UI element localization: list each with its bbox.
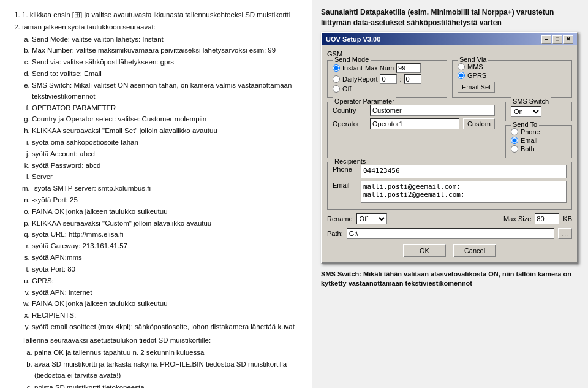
send-mode-group: Send Mode Instant Max Num DailyReport : [327,60,447,98]
max-size-input[interactable] [535,213,559,224]
cancel-button[interactable]: Cancel [453,244,496,257]
email-recipients-input[interactable] [361,181,567,203]
max-num-input[interactable] [396,63,421,73]
uov-title-text: UOV Setup V3.00 [326,36,380,43]
phone-recipients-row: Phone 044123456 [333,165,567,178]
sms-note: SMS Switch: Mikäli tähän valitaan alasve… [321,270,579,289]
both-label: Both [521,145,535,153]
country-label: Country [333,107,366,114]
list-item: Send Mode: valitse välitön lähetys: Inst… [32,34,301,45]
daily-field2[interactable] [404,74,421,84]
maximize-button[interactable]: □ [552,35,562,44]
gprs-radio-row[interactable]: GPRS [458,72,567,79]
list-item: Country ja Operator select: valitse: Cus… [32,114,301,125]
email-set-row: Email Set [458,82,567,93]
list-item: Send to: valitse: Email [32,69,301,80]
step-2: tämän jälkeen syötä taulukkoon seuraavat… [22,22,301,388]
both-radio-row[interactable]: Both [511,145,567,153]
operator-input[interactable] [370,118,459,129]
country-row: Country [333,105,495,116]
list-item: PAINA OK jonka jälkeen taulukko sulkeutu… [32,299,301,310]
phone-label: Phone [521,128,540,135]
rename-maxsize-row: Rename Off On Max Size KB [327,213,572,224]
instant-radio[interactable] [333,64,340,72]
sms-note-bold: SMS Switch: [321,270,361,278]
bottom-buttons: OK Cancel [327,244,572,257]
list-item: syötä Gateway: 213.161.41.57 [32,241,301,252]
send-mode-legend: Send Mode [333,56,371,63]
send-to-legend: Send To [511,121,539,128]
send-to-group: Send To Phone Email Both [505,125,572,158]
instant-label: Instant [342,64,363,72]
email-radio-row[interactable]: Email [511,137,567,144]
daily-radio[interactable] [333,75,340,83]
list-item: syötä email osoitteet (max 4kpl): sähköp… [32,322,301,333]
phone-recipients-input[interactable]: 044123456 [361,165,567,178]
instant-radio-row[interactable]: Instant Max Num [333,63,442,73]
window-icon: ⊞ [74,11,80,18]
tallenna-item: paina OK ja tallennus tapahtuu n. 2 seku… [34,348,301,359]
list-item: syötä oma sähköpostiosoite tähän [32,137,301,148]
list-item: syötä Account: abcd [32,149,301,160]
custom-button[interactable]: Custom [463,118,495,129]
send-via-group: Send Via MMS GPRS Email Set [452,60,572,98]
off-radio[interactable] [333,85,340,93]
right-panel: Saunalahti Datapaketilla (esim. Minimobi… [312,0,588,388]
daily-field1[interactable] [380,74,397,84]
operator-param-group: Operator Parameter Country Operator Cust… [327,102,500,158]
daily-radio-row[interactable]: DailyReport : [333,74,442,84]
tallenna-section: Tallenna seuraavaksi asetustaulukon tied… [22,335,301,388]
email-radio[interactable] [511,137,518,144]
sms-switch-legend: SMS Switch [511,97,551,105]
phone-radio[interactable] [511,128,518,135]
list-item: KLIKKAA seuraavaksi "Custom" jolloin ala… [32,218,301,229]
browse-button[interactable]: ... [558,228,572,239]
email-recipients-label: Email [333,181,357,189]
list-item: Send via: valitse sähköpostilähetykseen:… [32,57,301,68]
send-mode-send-via-row: Send Mode Instant Max Num DailyReport : [327,60,572,98]
both-radio[interactable] [511,145,518,153]
operator-label: Operator [333,120,366,127]
sms-switch-select[interactable]: On Off [511,106,541,117]
list-item: RECIPIENTS: [32,310,301,321]
uov-titlebar: UOV Setup V3.00 – □ ✕ [322,33,577,45]
mms-radio[interactable] [458,63,465,70]
ok-button[interactable]: OK [403,244,446,257]
sms-sendto-col: SMS Switch On Off Send To [505,102,572,158]
operator-legend: Operator Parameter [333,97,396,105]
email-label: Email [521,137,538,144]
list-item: syötä APN:mms [32,253,301,264]
path-input[interactable] [347,228,554,239]
minimize-button[interactable]: – [541,35,551,44]
left-panel: 1. klikkaa ensin [⊞] ja valitse avautuva… [0,0,312,388]
email-set-button[interactable]: Email Set [458,82,495,93]
max-size-label: Max Size [503,215,531,223]
list-item: syötä URL: http://mms.elisa.fi [32,229,301,240]
titlebar-buttons: – □ ✕ [541,35,573,44]
tallenna-item: avaa SD muistikortti ja tarkasta näkymä … [34,359,301,381]
phone-recipients-label: Phone [333,165,357,173]
list-item: -syötä SMTP server: smtp.kolumbus.fi [32,183,301,194]
phone-radio-row[interactable]: Phone [511,128,567,135]
recipients-legend: Recipients [333,158,368,165]
gprs-radio[interactable] [458,72,465,79]
mms-radio-row[interactable]: MMS [458,63,567,70]
operator-sms-row: Operator Parameter Country Operator Cust… [327,102,572,158]
close-button[interactable]: ✕ [564,35,573,44]
list-item: GPRS: [32,276,301,287]
send-via-legend: Send Via [458,56,488,63]
sms-switch-group: SMS Switch On Off [505,102,572,121]
right-title: Saunalahti Datapaketilla (esim. Minimobi… [321,7,579,28]
recipients-group: Recipients Phone 044123456 Email [327,162,572,210]
country-input[interactable] [370,105,495,116]
gprs-label: GPRS [467,72,486,79]
list-item: PAINA OK jonka jälkeen taulukko sulkeutu… [32,207,301,218]
uov-body: GSM Send Mode Instant Max Num DailyRepor… [322,45,577,262]
rename-select[interactable]: Off On [356,213,387,224]
rename-label: Rename [327,215,353,223]
off-radio-row[interactable]: Off [333,85,442,93]
list-item: OPERATOR PARAMETER [32,103,301,114]
list-item: SMS Switch: Mikäli valitset ON asennon t… [32,80,301,102]
step-1: 1. klikkaa ensin [⊞] ja valitse avautuva… [22,10,301,21]
list-item: syötä Port: 80 [32,264,301,275]
